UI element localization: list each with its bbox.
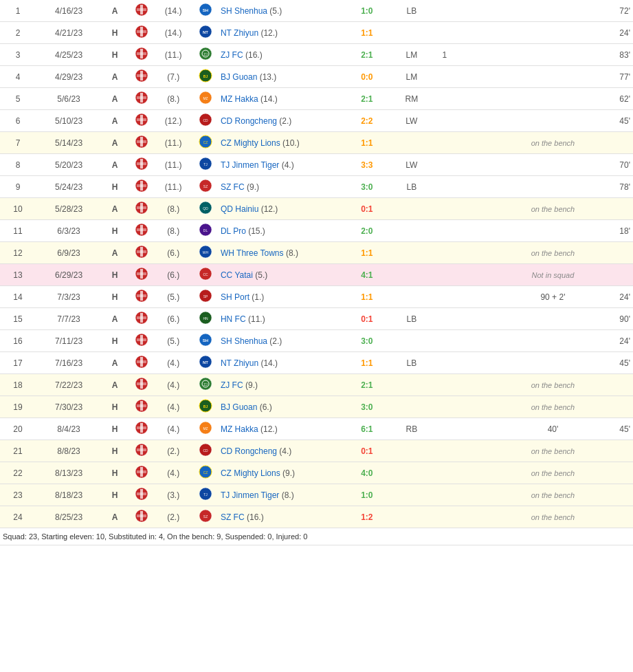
- opponent-name[interactable]: BJ Guoan (13.): [219, 66, 341, 88]
- position: LB: [392, 308, 430, 330]
- goals: [430, 484, 458, 506]
- extra2: on the bench: [515, 462, 591, 484]
- my-team-logo: [128, 44, 154, 66]
- opponent-name[interactable]: CD Rongcheng (4.): [219, 440, 341, 462]
- opponent-name[interactable]: CZ Mighty Lions (9.): [219, 462, 341, 484]
- extra1: [458, 66, 515, 88]
- table-row: 17 7/16/23 A (4.) NT NT Zhiyun (14.) 1:1…: [0, 352, 633, 374]
- minutes-played: 78': [590, 176, 633, 198]
- my-team-logo: [128, 286, 154, 308]
- svg-text:CD: CD: [203, 118, 208, 122]
- bench-status: on the bench: [531, 513, 575, 521]
- home-away: H: [102, 264, 128, 286]
- match-score: 3:0: [341, 176, 392, 198]
- match-date: 4/16/23: [36, 0, 102, 22]
- table-row: 19 7/30/23 H (4.) BJ BJ Guoan (6.) 3:0 o…: [0, 396, 633, 418]
- goals: [430, 154, 458, 176]
- svg-text:SZ: SZ: [203, 184, 208, 188]
- position: [392, 220, 430, 242]
- table-row: 24 8/25/23 A (2.) SZ SZ FC (16.) 1:2 on …: [0, 506, 633, 528]
- opponent-name[interactable]: SZ FC (16.): [219, 506, 341, 528]
- match-score: 2:2: [341, 110, 392, 132]
- my-team-logo: [128, 484, 154, 506]
- svg-rect-119: [137, 514, 146, 517]
- opponent-name[interactable]: SH Shenhua (5.): [219, 0, 341, 22]
- extra2: [515, 330, 591, 352]
- opponent-logo: CD: [192, 440, 219, 462]
- extra2-value: 40': [548, 424, 559, 434]
- svg-text:SH: SH: [203, 8, 208, 12]
- opponent-name[interactable]: SH Port (1.): [219, 286, 341, 308]
- extra2: 40': [515, 418, 591, 440]
- my-rank: (6.): [155, 308, 192, 330]
- home-away: A: [102, 198, 128, 220]
- goals: [430, 110, 458, 132]
- svg-text:DL: DL: [203, 228, 208, 232]
- match-score: 3:0: [341, 330, 392, 352]
- opponent-name[interactable]: ZJ FC (16.): [219, 44, 341, 66]
- match-date: 5/24/23: [36, 176, 102, 198]
- opponent-name[interactable]: QD Hainiu (12.): [219, 198, 341, 220]
- opponent-name[interactable]: MZ Hakka (14.): [219, 88, 341, 110]
- opponent-logo: SH: [192, 0, 219, 22]
- minutes-played: [590, 440, 633, 462]
- opponent-name[interactable]: NT Zhiyun (14.): [219, 352, 341, 374]
- svg-rect-88: [137, 382, 146, 385]
- svg-rect-114: [137, 492, 146, 495]
- home-away: A: [102, 374, 128, 396]
- home-away: A: [102, 154, 128, 176]
- my-rank: (6.): [155, 264, 192, 286]
- footer-row: Squad: 23, Starting eleven: 10, Substitu…: [0, 528, 633, 545]
- opponent-name[interactable]: WH Three Towns (8.): [219, 242, 341, 264]
- svg-rect-83: [137, 360, 146, 363]
- svg-rect-63: [137, 272, 146, 275]
- svg-rect-73: [137, 316, 146, 319]
- opponent-name[interactable]: CZ Mighty Lions (10.): [219, 132, 341, 154]
- match-score: 1:1: [341, 352, 392, 374]
- home-away: A: [102, 242, 128, 264]
- opponent-name[interactable]: BJ Guoan (6.): [219, 396, 341, 418]
- opponent-name[interactable]: DL Pro (15.): [219, 220, 341, 242]
- table-row: 7 5/14/23 A (11.) CZ CZ Mighty Lions (10…: [0, 132, 633, 154]
- position: [392, 198, 430, 220]
- match-date: 5/6/23: [36, 88, 102, 110]
- svg-text:HN: HN: [203, 316, 208, 321]
- match-number: 14: [0, 286, 36, 308]
- minutes-played: 24': [590, 330, 633, 352]
- opponent-name[interactable]: TJ Jinmen Tiger (8.): [219, 484, 341, 506]
- opponent-name[interactable]: SZ FC (9.): [219, 176, 341, 198]
- my-team-logo: [128, 176, 154, 198]
- match-number: 21: [0, 440, 36, 462]
- match-date: 7/16/23: [36, 352, 102, 374]
- match-number: 20: [0, 418, 36, 440]
- opponent-name[interactable]: CD Rongcheng (2.): [219, 110, 341, 132]
- match-score: 3:0: [341, 396, 392, 418]
- extra2: [515, 0, 591, 22]
- opponent-logo: BJ: [192, 396, 219, 418]
- bench-status: on the bench: [531, 139, 575, 147]
- svg-text:CD: CD: [203, 448, 208, 453]
- extra2: on the bench: [515, 484, 591, 506]
- svg-rect-2: [137, 8, 146, 11]
- extra1: [458, 44, 515, 66]
- match-score: 3:3: [341, 154, 392, 176]
- opponent-name[interactable]: SH Shenhua (2.): [219, 330, 341, 352]
- extra1: [458, 308, 515, 330]
- opponent-name[interactable]: HN FC (11.): [219, 308, 341, 330]
- my-rank: (14.): [155, 22, 192, 44]
- match-score: 0:0: [341, 66, 392, 88]
- opponent-name[interactable]: NT Zhiyun (12.): [219, 22, 341, 44]
- bench-status: on the bench: [531, 447, 575, 455]
- opponent-name[interactable]: ZJ FC (9.): [219, 374, 341, 396]
- extra2: [515, 308, 591, 330]
- my-team-logo: [128, 198, 154, 220]
- table-row: 20 8/4/23 H (4.) MZ MZ Hakka (12.) 6:1 R…: [0, 418, 633, 440]
- opponent-name[interactable]: CC Yatai (5.): [219, 264, 341, 286]
- extra2: [515, 44, 591, 66]
- home-away: A: [102, 88, 128, 110]
- opponent-name[interactable]: TJ Jinmen Tiger (4.): [219, 154, 341, 176]
- match-number: 11: [0, 220, 36, 242]
- opponent-logo: MZ: [192, 88, 219, 110]
- opponent-name[interactable]: MZ Hakka (12.): [219, 418, 341, 440]
- match-number: 18: [0, 374, 36, 396]
